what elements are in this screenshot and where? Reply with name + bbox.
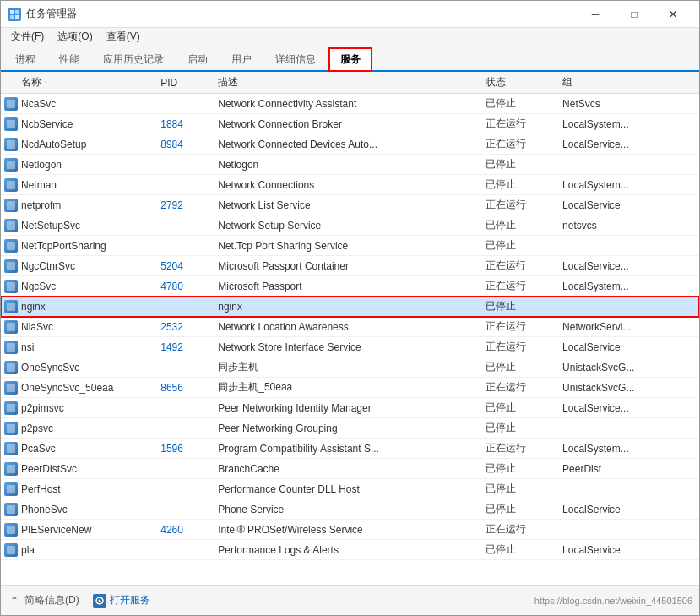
cell-pid: [154, 236, 211, 256]
menu-file[interactable]: 文件(F): [4, 28, 51, 46]
cell-name: NcbService: [1, 114, 154, 134]
cell-pid: [154, 175, 211, 195]
cell-pid: 1884: [154, 114, 211, 134]
cell-pid: 2532: [154, 317, 211, 337]
cell-pid: [154, 94, 211, 114]
service-name: pla: [21, 544, 35, 556]
service-name: PerfHost: [21, 483, 61, 495]
service-name: nginx: [21, 301, 46, 313]
service-name: NcaSvc: [21, 98, 56, 110]
tab-app-history[interactable]: 应用历史记录: [92, 48, 175, 70]
cell-status: 正在运行: [479, 378, 556, 398]
cell-desc: Peer Networking Identity Manager: [211, 398, 479, 418]
service-name: OneSyncSvc_50eaa: [21, 382, 113, 394]
cell-group: [556, 155, 699, 175]
close-button[interactable]: ✕: [654, 1, 692, 28]
table-row[interactable]: PerfHostPerformance Counter DLL Host已停止: [1, 479, 699, 499]
cell-group: [556, 479, 699, 499]
cell-desc: Performance Counter DLL Host: [211, 479, 479, 499]
table-row[interactable]: NcdAutoSetup8984Network Connected Device…: [1, 134, 699, 155]
cell-status: 正在运行: [479, 195, 556, 215]
service-icon: [4, 300, 18, 313]
cell-pid: 2792: [154, 195, 211, 215]
table-row[interactable]: p2pimsvcPeer Networking Identity Manager…: [1, 398, 699, 418]
col-header-desc[interactable]: 描述: [211, 72, 479, 94]
service-name: PeerDistSvc: [21, 463, 77, 475]
tab-performance[interactable]: 性能: [48, 48, 90, 70]
cell-group: PeerDist: [556, 459, 699, 479]
table-row[interactable]: NetTcpPortSharingNet.Tcp Port Sharing Se…: [1, 236, 699, 256]
table-row[interactable]: NetlogonNetlogon已停止: [1, 155, 699, 175]
cell-group: [556, 520, 699, 540]
service-name: NcbService: [21, 118, 73, 130]
tab-startup[interactable]: 启动: [176, 48, 219, 70]
table-row[interactable]: PhoneSvcPhone Service已停止LocalService: [1, 499, 699, 520]
maximize-button[interactable]: □: [615, 1, 654, 28]
tab-process[interactable]: 进程: [4, 48, 46, 70]
service-name: NlaSvc: [21, 321, 53, 333]
cell-name: NetSetupSvc: [1, 215, 154, 236]
cell-name: PIEServiceNew: [1, 520, 154, 540]
menu-options[interactable]: 选项(O): [51, 28, 99, 46]
table-row[interactable]: NetSetupSvcNetwork Setup Service已停止netsv…: [1, 215, 699, 236]
svg-point-5: [98, 599, 100, 602]
table-row[interactable]: NgcSvc4780Microsoft Passport正在运行LocalSys…: [1, 276, 699, 297]
col-header-status[interactable]: 状态: [479, 72, 556, 94]
table-row[interactable]: netprofm2792Network List Service正在运行Loca…: [1, 195, 699, 215]
minimize-button[interactable]: ─: [576, 1, 615, 28]
cell-desc: Network Location Awareness: [211, 317, 479, 337]
table-row[interactable]: OneSyncSvc同步主机已停止UnistackSvcG...: [1, 357, 699, 378]
service-name: netprofm: [21, 199, 61, 211]
col-header-group[interactable]: 组: [556, 72, 699, 94]
cell-pid: [154, 418, 211, 439]
service-icon: [4, 462, 18, 476]
cell-pid: 1492: [154, 337, 211, 357]
tab-details[interactable]: 详细信息: [264, 48, 327, 70]
cell-group: LocalSystem...: [556, 276, 699, 297]
table-row[interactable]: NgcCtnrSvc5204Microsoft Passport Contain…: [1, 256, 699, 276]
cell-group: netsvcs: [556, 215, 699, 236]
service-icon: [4, 178, 18, 192]
table-row[interactable]: PeerDistSvcBranchCache已停止PeerDist: [1, 459, 699, 479]
cell-name: PeerDistSvc: [1, 459, 154, 479]
service-icon: [4, 422, 18, 435]
service-icon: [4, 239, 18, 253]
cell-status: 正在运行: [479, 276, 556, 297]
cell-desc: Net.Tcp Port Sharing Service: [211, 236, 479, 256]
table-row[interactable]: nginxnginx已停止: [1, 297, 699, 317]
col-header-pid[interactable]: PID: [154, 72, 211, 94]
svg-rect-3: [15, 15, 19, 19]
menu-view[interactable]: 查看(V): [100, 28, 147, 46]
cell-status: 正在运行: [479, 317, 556, 337]
col-header-name[interactable]: 名称 ↑: [1, 72, 154, 94]
cell-group: NetworkServi...: [556, 317, 699, 337]
table-row[interactable]: OneSyncSvc_50eaa8656同步主机_50eaa正在运行Unista…: [1, 378, 699, 398]
table-row[interactable]: plaPerformance Logs & Alerts已停止LocalServ…: [1, 540, 699, 560]
table-row[interactable]: PcaSvc1596Program Compatibility Assistan…: [1, 439, 699, 459]
table-row[interactable]: p2psvcPeer Networking Grouping已停止: [1, 418, 699, 439]
table-row[interactable]: NcbService1884Network Connection Broker正…: [1, 114, 699, 134]
service-icon: [4, 523, 18, 537]
table-row[interactable]: PIEServiceNew4260Intel® PROSet/Wireless …: [1, 520, 699, 540]
url-text: https://blog.csdn.net/weixin_44501506: [534, 596, 692, 606]
tab-services[interactable]: 服务: [328, 47, 372, 72]
cell-group: [556, 236, 699, 256]
cell-name: OneSyncSvc: [1, 357, 154, 378]
service-name: Netman: [21, 179, 57, 191]
cell-desc: Network Connection Broker: [211, 114, 479, 134]
table-row[interactable]: NcaSvcNetwork Connectivity Assistant已停止N…: [1, 94, 699, 114]
cell-group: LocalService: [556, 499, 699, 520]
services-table-container[interactable]: 名称 ↑ PID 描述 状态 组 NcaSvcNetwork Connectiv…: [1, 72, 699, 585]
cell-name: NcdAutoSetup: [1, 134, 154, 155]
cell-name: NgcCtnrSvc: [1, 256, 154, 276]
table-row[interactable]: NetmanNetwork Connections已停止LocalSystem.…: [1, 175, 699, 195]
title-controls: ─ □ ✕: [576, 1, 692, 28]
cell-desc: Network Setup Service: [211, 215, 479, 236]
cell-pid: [154, 459, 211, 479]
cell-name: PcaSvc: [1, 439, 154, 459]
tab-users[interactable]: 用户: [220, 48, 263, 70]
open-services-button[interactable]: 打开服务: [93, 593, 150, 608]
summary-info-button[interactable]: ⌃ 简略信息(D): [8, 593, 79, 608]
table-row[interactable]: nsi1492Network Store Interface Service正在…: [1, 337, 699, 357]
table-row[interactable]: NlaSvc2532Network Location Awareness正在运行…: [1, 317, 699, 337]
